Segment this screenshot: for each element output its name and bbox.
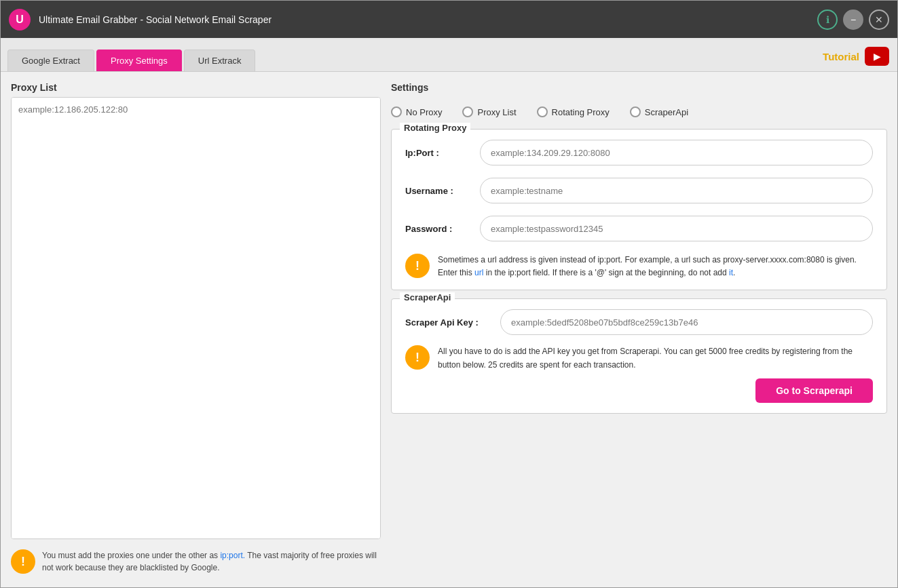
app-title: Ultimate Email Grabber - Social Network … (39, 14, 817, 25)
right-panel: Settings No Proxy Proxy List Rotating Pr… (391, 82, 887, 577)
scraper-key-label: Scraper Api Key : (405, 317, 500, 328)
tabbar: Google Extract Proxy Settings Url Extrac… (1, 38, 897, 72)
warning-highlight-1: ip:port. (220, 551, 245, 560)
app-logo: U (9, 9, 31, 31)
rotating-proxy-info: ! Sometimes a url address is given inste… (405, 254, 873, 279)
proxy-list-textarea[interactable] (12, 98, 380, 538)
left-panel: Proxy List ! You must add the proxies on… (11, 82, 381, 577)
radio-scraper-api[interactable]: ScraperApi (630, 106, 688, 117)
app-window: U Ultimate Email Grabber - Social Networ… (0, 0, 898, 588)
info-text-3: . (733, 268, 735, 277)
tutorial-area: Tutorial (823, 47, 889, 66)
info-button[interactable]: ℹ (817, 9, 838, 30)
proxy-warning: ! You must add the proxies one under the… (11, 546, 381, 577)
radio-rotating-proxy-label: Rotating Proxy (552, 107, 610, 117)
ip-port-input[interactable] (480, 140, 873, 165)
username-row: Username : (405, 178, 873, 203)
scraper-api-info-text: All you have to do is add the API key yo… (438, 345, 873, 371)
proxy-list-label: Proxy List (11, 82, 381, 93)
titlebar: U Ultimate Email Grabber - Social Networ… (1, 1, 897, 38)
scraper-api-title: ScraperApi (400, 292, 455, 302)
radio-proxy-list[interactable]: Proxy List (462, 106, 516, 117)
proxy-list-wrapper (11, 97, 381, 539)
radio-rotating-proxy[interactable]: Rotating Proxy (537, 106, 610, 117)
ip-port-label: Ip:Port : (405, 148, 480, 158)
warning-text-1: You must add the proxies one under the o… (42, 551, 220, 560)
close-button[interactable]: ✕ (869, 9, 889, 30)
tutorial-label: Tutorial (823, 51, 859, 62)
radio-scraper-api-label: ScraperApi (645, 107, 688, 117)
main-content: Proxy List ! You must add the proxies on… (1, 72, 897, 587)
info-text-2: in the ip:port field. If there is a '@' … (483, 268, 729, 277)
password-input[interactable] (480, 216, 873, 241)
username-input[interactable] (480, 178, 873, 203)
radio-no-proxy[interactable]: No Proxy (391, 106, 442, 117)
radio-proxy-list-label: Proxy List (477, 107, 516, 117)
rotating-proxy-title: Rotating Proxy (400, 123, 470, 133)
radio-proxy-list-circle (462, 106, 473, 117)
window-controls: ℹ − ✕ (817, 9, 889, 30)
rotating-proxy-section: Rotating Proxy Ip:Port : Username : Pass… (391, 129, 887, 290)
radio-no-proxy-label: No Proxy (406, 107, 442, 117)
ip-port-row: Ip:Port : (405, 140, 873, 165)
rotating-proxy-info-text: Sometimes a url address is given instead… (438, 254, 873, 279)
scraper-key-row: Scraper Api Key : (405, 309, 873, 335)
scraper-api-info-icon: ! (405, 345, 430, 370)
proxy-radio-group: No Proxy Proxy List Rotating Proxy Scrap… (391, 106, 887, 117)
rotating-proxy-info-icon: ! (405, 254, 430, 278)
tab-url-extrack[interactable]: Url Extrack (184, 50, 256, 71)
tab-proxy-settings[interactable]: Proxy Settings (96, 50, 182, 71)
warning-icon: ! (11, 549, 35, 574)
warning-text: You must add the proxies one under the o… (42, 549, 381, 574)
password-label: Password : (405, 224, 480, 234)
youtube-button[interactable] (865, 47, 889, 66)
radio-scraper-api-circle (630, 106, 641, 117)
tab-google-extract[interactable]: Google Extract (7, 50, 94, 71)
go-to-scraperapi-button[interactable]: Go to Scraperapi (755, 378, 873, 403)
settings-header: Settings (391, 82, 887, 93)
radio-no-proxy-circle (391, 106, 402, 117)
radio-rotating-proxy-circle (537, 106, 548, 117)
info-link-1: url (474, 268, 483, 277)
scraper-key-input[interactable] (500, 309, 873, 335)
username-label: Username : (405, 186, 480, 196)
minimize-button[interactable]: − (843, 9, 863, 30)
scraper-api-section: ScraperApi Scraper Api Key : ! All you h… (391, 298, 887, 413)
password-row: Password : (405, 216, 873, 241)
scraper-api-info: ! All you have to do is add the API key … (405, 345, 873, 371)
